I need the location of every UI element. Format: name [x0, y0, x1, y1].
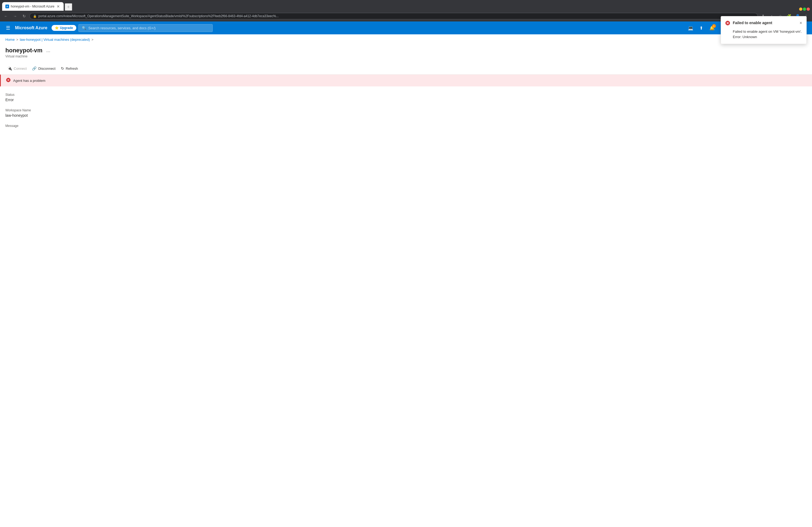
more-options-button[interactable]: ...	[45, 47, 52, 54]
page-title-row: honeypot-vm ...	[5, 47, 807, 54]
lock-icon: 🔒	[33, 15, 37, 18]
toast-close-button[interactable]: ×	[800, 21, 802, 26]
maximize-button[interactable]	[803, 7, 806, 11]
search-input[interactable]	[88, 26, 209, 30]
workspace-name-property: Workspace Name law-honeypot	[5, 108, 807, 118]
new-tab-button[interactable]: +	[65, 3, 72, 11]
cloud-shell-button[interactable]: 💻	[686, 23, 695, 33]
azure-logo: Microsoft Azure	[15, 26, 47, 30]
upload-button[interactable]: ⬆	[697, 23, 706, 33]
connect-icon: 🔌	[8, 66, 12, 71]
refresh-icon: ↻	[61, 66, 64, 71]
browser-chrome: A honeypot-vm - Microsoft Azure ✕ + ← → …	[0, 0, 812, 21]
hamburger-menu-button[interactable]: ☰	[3, 23, 13, 33]
reload-button[interactable]: ↻	[20, 12, 28, 20]
page-header: honeypot-vm ... Virtual machine	[0, 45, 812, 62]
url-text: portal.azure.com/#view/Microsoft_Operati…	[39, 14, 279, 18]
workspace-name-value: law-honeypot	[5, 113, 807, 118]
tab-favicon: A	[5, 4, 9, 8]
disconnect-icon: 🔗	[32, 66, 37, 71]
address-bar[interactable]: 🔒 portal.azure.com/#view/Microsoft_Opera…	[30, 13, 758, 19]
search-bar[interactable]: 🔍	[78, 24, 213, 32]
toast-notification: Failed to enable agent × Failed to enabl…	[721, 16, 807, 44]
breadcrumb-law-honeypot[interactable]: law-honeypot | Virtual machines (depreca…	[20, 37, 90, 42]
browser-tab-active[interactable]: A honeypot-vm - Microsoft Azure ✕	[2, 2, 64, 11]
message-label: Message	[5, 124, 807, 128]
connect-button[interactable]: 🔌 Connect	[5, 65, 29, 72]
page-title: honeypot-vm	[5, 47, 42, 54]
toast-message: Failed to enable agent on VM 'honeypot-v…	[725, 29, 802, 40]
breadcrumb: Home > law-honeypot | Virtual machines (…	[0, 34, 812, 45]
status-value: Error	[5, 98, 807, 102]
connect-label: Connect	[14, 66, 27, 71]
refresh-button[interactable]: ↻ Refresh	[59, 65, 80, 72]
azure-portal: ☰ Microsoft Azure ⭐ Upgrade 🔍 💻 ⬆ 🔔 1 ⚙ …	[0, 21, 812, 527]
toast-title: Failed to enable agent	[733, 21, 797, 25]
forward-button[interactable]: →	[11, 12, 19, 20]
window-close-button[interactable]	[807, 7, 810, 11]
top-navigation: ☰ Microsoft Azure ⭐ Upgrade 🔍 💻 ⬆ 🔔 1 ⚙ …	[0, 21, 812, 34]
notification-badge: 1	[712, 24, 716, 28]
upgrade-label: Upgrade	[60, 26, 73, 30]
breadcrumb-sep-1: >	[16, 38, 18, 42]
workspace-name-label: Workspace Name	[5, 108, 807, 112]
status-label: Status	[5, 93, 807, 96]
refresh-label: Refresh	[66, 66, 78, 71]
alert-error-icon	[6, 78, 11, 83]
properties-section: Status Error Workspace Name law-honeypot…	[0, 86, 812, 140]
disconnect-button[interactable]: 🔗 Disconnect	[30, 65, 57, 72]
tab-close-button[interactable]: ✕	[56, 4, 60, 9]
upgrade-star-icon: ⭐	[55, 26, 59, 30]
disconnect-label: Disconnect	[38, 66, 55, 71]
search-icon: 🔍	[82, 26, 86, 30]
breadcrumb-sep-2: >	[91, 38, 93, 42]
toast-overlay: Failed to enable agent × Failed to enabl…	[721, 16, 807, 44]
page-subtitle: Virtual machine	[5, 55, 807, 58]
address-bar-row: ← → ↻ 🔒 portal.azure.com/#view/Microsoft…	[0, 11, 812, 21]
toast-error-icon	[725, 21, 730, 27]
minimize-button[interactable]	[799, 7, 802, 11]
status-property: Status Error	[5, 93, 807, 102]
message-property: Message	[5, 124, 807, 128]
alert-text: Agent has a problem	[13, 79, 45, 82]
toast-header: Failed to enable agent ×	[725, 21, 802, 27]
browser-tab-bar: A honeypot-vm - Microsoft Azure ✕ +	[0, 0, 812, 11]
tab-title: honeypot-vm - Microsoft Azure	[11, 4, 55, 8]
upgrade-button[interactable]: ⭐ Upgrade	[52, 25, 76, 31]
toolbar: 🔌 Connect 🔗 Disconnect ↻ Refresh	[0, 62, 812, 75]
breadcrumb-home[interactable]: Home	[5, 37, 15, 42]
page-content: Home > law-honeypot | Virtual machines (…	[0, 34, 812, 140]
alert-banner: Agent has a problem	[0, 75, 812, 86]
notifications-button[interactable]: 🔔 1	[707, 23, 717, 33]
back-button[interactable]: ←	[2, 12, 10, 20]
